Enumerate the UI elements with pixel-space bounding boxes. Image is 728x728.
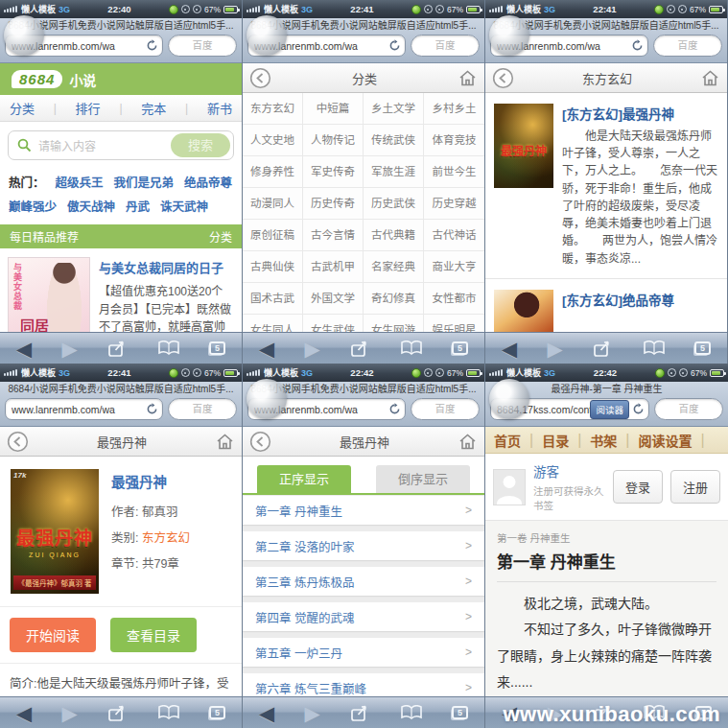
home-icon[interactable] bbox=[458, 432, 478, 452]
login-button[interactable]: 登录 bbox=[613, 470, 663, 504]
browser-search-field[interactable]: 百度 bbox=[411, 398, 480, 420]
category-link[interactable]: 古典仙侠 bbox=[243, 251, 303, 283]
category-link[interactable]: 古代神话 bbox=[424, 220, 484, 251]
category-link[interactable]: 名家经典 bbox=[364, 251, 424, 283]
category-link[interactable]: 商业大亨 bbox=[424, 251, 484, 283]
nav-home[interactable]: 首页 bbox=[494, 431, 521, 450]
bookmarks-button[interactable] bbox=[401, 705, 422, 720]
category-link[interactable]: 动漫同人 bbox=[243, 188, 303, 220]
tabs-button[interactable]: 5 bbox=[209, 341, 225, 355]
assistive-touch-button[interactable] bbox=[489, 15, 529, 56]
back-button[interactable]: ◀ bbox=[16, 339, 32, 359]
home-icon[interactable] bbox=[700, 68, 720, 88]
category-link[interactable]: 历史传奇 bbox=[303, 188, 364, 220]
back-circle-icon[interactable] bbox=[7, 431, 29, 453]
category-link[interactable]: 体育竞技 bbox=[424, 125, 484, 156]
back-circle-icon[interactable] bbox=[249, 67, 271, 89]
browser-search-field[interactable]: 百度 bbox=[411, 35, 480, 57]
forward-button[interactable]: ▶ bbox=[305, 703, 320, 723]
tabs-button[interactable]: 5 bbox=[452, 341, 468, 355]
browser-search-field[interactable]: 百度 bbox=[168, 398, 237, 420]
category-link[interactable]: 女生武侠 bbox=[303, 315, 364, 332]
category-link[interactable]: 古今言情 bbox=[303, 220, 364, 251]
chapter-row[interactable]: 第五章 一炉三丹> bbox=[243, 638, 484, 667]
hot-link[interactable]: 超级兵王 bbox=[56, 173, 104, 191]
hot-link[interactable]: 我们是兄弟 bbox=[114, 173, 175, 191]
refresh-icon[interactable] bbox=[632, 403, 645, 415]
chapter-row[interactable]: 第一章 丹神重生> bbox=[243, 496, 484, 525]
hot-link[interactable]: 诛天武神 bbox=[160, 197, 208, 215]
book-cover[interactable]: 最强丹神 bbox=[494, 104, 553, 188]
chapter-row[interactable]: 第三章 炼丹炼极品> bbox=[243, 567, 484, 596]
section-category-link[interactable]: 分类 bbox=[209, 228, 232, 245]
category-link[interactable]: 国术古武 bbox=[243, 283, 303, 315]
category-link[interactable]: 原创征稿 bbox=[243, 220, 303, 251]
category-link[interactable]: 女生同人 bbox=[243, 315, 303, 332]
register-button[interactable]: 注册 bbox=[670, 470, 720, 504]
bookmarks-button[interactable] bbox=[401, 341, 422, 356]
book-cover[interactable] bbox=[494, 290, 553, 332]
category-link[interactable]: 前世今生 bbox=[424, 156, 484, 188]
category-link[interactable]: 军史传奇 bbox=[303, 156, 364, 188]
share-button[interactable] bbox=[107, 340, 128, 358]
site-search-box[interactable]: 请输入内容 搜索 bbox=[8, 130, 234, 160]
back-circle-icon[interactable] bbox=[492, 67, 514, 89]
home-icon[interactable] bbox=[215, 432, 235, 452]
back-button[interactable]: ◀ bbox=[259, 703, 274, 723]
category-link[interactable]: 传统武侠 bbox=[364, 125, 424, 156]
refresh-icon[interactable] bbox=[146, 39, 158, 52]
category-link[interactable]: 人物传记 bbox=[303, 125, 364, 156]
category-link[interactable]: 军旅生涯 bbox=[364, 156, 424, 188]
refresh-icon[interactable] bbox=[388, 403, 401, 415]
tabs-button[interactable]: 5 bbox=[694, 341, 711, 355]
category-link[interactable]: 东方玄幻 bbox=[243, 93, 303, 125]
home-icon[interactable] bbox=[458, 68, 478, 88]
tabs-button[interactable]: 5 bbox=[209, 706, 225, 719]
assistive-touch-button[interactable] bbox=[247, 379, 287, 419]
guest-name-link[interactable]: 游客 bbox=[533, 461, 605, 481]
assistive-touch-button[interactable] bbox=[4, 15, 44, 56]
bookmarks-button[interactable] bbox=[158, 705, 179, 720]
category-link[interactable]: 外国文学 bbox=[303, 283, 364, 315]
share-button[interactable] bbox=[593, 340, 613, 358]
book-title-link[interactable]: [东方玄幻]最强丹神 bbox=[562, 104, 718, 123]
hot-link[interactable]: 丹武 bbox=[126, 197, 150, 215]
site-logo[interactable]: 8684 bbox=[12, 70, 62, 88]
share-button[interactable] bbox=[350, 704, 370, 722]
nav-toc[interactable]: 目录 bbox=[542, 431, 569, 450]
nav-ranking[interactable]: 排行 bbox=[76, 99, 101, 117]
url-bar[interactable]: www.lanrenmb.com/wa bbox=[5, 398, 163, 420]
share-button[interactable] bbox=[107, 704, 128, 722]
list-item[interactable]: 最强丹神 [东方玄幻]最强丹神 他是大陆天级最强炼丹师叶子锋，受人尊崇，一人之下… bbox=[485, 93, 727, 279]
hot-link[interactable]: 巅峰强少 bbox=[9, 197, 57, 215]
category-link[interactable]: 人文史地 bbox=[243, 125, 303, 156]
forward-button[interactable]: ▶ bbox=[62, 703, 78, 723]
share-button[interactable] bbox=[350, 340, 370, 358]
forward-button[interactable]: ▶ bbox=[62, 339, 78, 359]
category-link[interactable]: 女性都市 bbox=[424, 283, 484, 315]
back-circle-icon[interactable] bbox=[249, 431, 271, 453]
refresh-icon[interactable] bbox=[146, 403, 158, 415]
nav-new-books[interactable]: 新书 bbox=[207, 99, 232, 117]
back-button[interactable]: ◀ bbox=[259, 339, 274, 359]
forward-button[interactable]: ▶ bbox=[548, 339, 563, 359]
hot-link[interactable]: 绝品帝尊 bbox=[184, 173, 232, 191]
search-button[interactable]: 搜索 bbox=[171, 133, 230, 157]
assistive-touch-button[interactable] bbox=[489, 379, 529, 419]
browser-search-field[interactable]: 百度 bbox=[653, 35, 722, 57]
view-toc-button[interactable]: 查看目录 bbox=[110, 618, 197, 652]
category-link[interactable]: 修身养性 bbox=[243, 156, 303, 188]
category-link[interactable]: 东方玄幻 bbox=[142, 531, 190, 545]
list-item[interactable]: [东方玄幻]绝品帝尊 bbox=[485, 279, 727, 332]
category-link[interactable]: 娱乐明星 bbox=[424, 315, 484, 332]
chapter-row[interactable]: 第二章 没落的叶家> bbox=[243, 531, 484, 560]
category-link[interactable]: 乡土文学 bbox=[364, 93, 424, 125]
category-link[interactable]: 奇幻修真 bbox=[364, 283, 424, 315]
chapter-row[interactable]: 第六章 炼气三重巅峰> bbox=[243, 673, 484, 696]
hot-link[interactable]: 傲天战神 bbox=[67, 197, 115, 215]
category-link[interactable]: 女生网游 bbox=[364, 315, 424, 332]
chapter-row[interactable]: 第四章 觉醒的武魂> bbox=[243, 602, 484, 631]
forward-button[interactable]: ▶ bbox=[305, 339, 320, 359]
nav-reading-settings[interactable]: 阅读设置 bbox=[638, 431, 692, 450]
start-reading-button[interactable]: 开始阅读 bbox=[10, 618, 96, 652]
